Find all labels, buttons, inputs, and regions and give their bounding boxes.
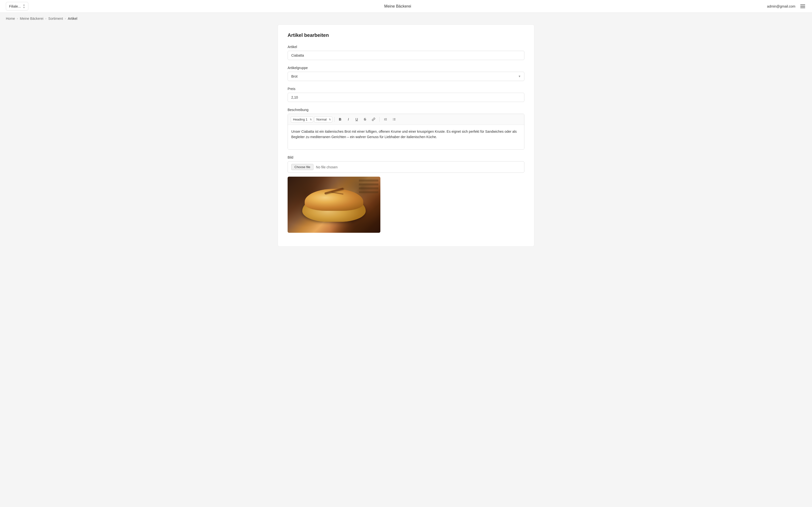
breadcrumb-separator-2: › <box>45 17 46 20</box>
bold-button[interactable]: B <box>337 116 344 123</box>
artikelgruppe-group: Artikelgruppe Brot Brötchen Kuchen Süßge… <box>288 66 524 81</box>
ordered-list-icon <box>384 118 387 121</box>
beschreibung-editor[interactable]: Unser Ciabatta ist ein italienisches Bro… <box>288 125 524 149</box>
file-name-display: No file chosen <box>316 165 338 169</box>
hamburger-line-2 <box>800 6 805 7</box>
style-select[interactable]: Normal Bold Italic <box>314 116 332 122</box>
bild-label: Bild <box>288 155 524 159</box>
link-icon <box>372 118 375 121</box>
bread-shape <box>300 185 368 224</box>
svg-point-8 <box>393 120 393 120</box>
heading-select[interactable]: Heading 1 Heading 2 Heading 3 Normal <box>291 116 313 122</box>
breadcrumb-separator-3: › <box>65 17 66 20</box>
unordered-list-icon <box>393 118 396 121</box>
breadcrumb-home[interactable]: Home <box>6 16 15 20</box>
italic-button[interactable]: I <box>345 116 352 123</box>
heading-select-wrapper: Heading 1 Heading 2 Heading 3 Normal ⇅ <box>291 116 313 122</box>
hamburger-line-3 <box>800 8 805 8</box>
breadcrumb-current: Artikel <box>68 16 78 20</box>
preis-input[interactable] <box>288 93 524 102</box>
unordered-list-button[interactable] <box>390 116 398 123</box>
preis-group: Preis <box>288 87 524 102</box>
artikel-input[interactable] <box>288 51 524 60</box>
beschreibung-group: Beschreibung Heading 1 Heading 2 Heading… <box>288 108 524 150</box>
main-container: Artikel bearbeiten Artikel Artikelgruppe… <box>272 24 540 257</box>
link-button[interactable] <box>370 116 377 123</box>
breadcrumb-meine-baeckerei[interactable]: Meine Bäckerei <box>20 16 44 20</box>
breadcrumb-separator-1: › <box>17 17 18 20</box>
ordered-list-button[interactable] <box>382 116 390 123</box>
form-card: Artikel bearbeiten Artikel Artikelgruppe… <box>277 24 535 247</box>
bild-group: Bild Choose file No file chosen <box>288 155 524 233</box>
topnav-left: Filiale... ▲ ▼ <box>6 2 28 10</box>
filiale-dropdown[interactable]: Filiale... ▲ ▼ <box>6 2 28 10</box>
svg-point-7 <box>393 119 393 120</box>
image-preview <box>288 177 380 233</box>
topnav-right: admin@gmail.com <box>767 4 806 9</box>
editor-toolbar: Heading 1 Heading 2 Heading 3 Normal ⇅ N… <box>288 114 524 125</box>
artikel-group: Artikel <box>288 45 524 60</box>
file-input-wrapper: Choose file No file chosen <box>288 161 524 173</box>
strikethrough-button[interactable]: S <box>361 116 369 123</box>
style-select-wrapper: Normal Bold Italic ⇅ <box>314 116 332 122</box>
user-email: admin@gmail.com <box>767 4 796 8</box>
artikelgruppe-select[interactable]: Brot Brötchen Kuchen Süßgebäck <box>288 72 524 81</box>
preis-label: Preis <box>288 87 524 91</box>
beschreibung-label: Beschreibung <box>288 108 524 112</box>
app-title: Meine Bäckerei <box>384 4 411 8</box>
breadcrumb: Home › Meine Bäckerei › Sortiment › Arti… <box>0 13 812 24</box>
hamburger-line-1 <box>800 5 805 5</box>
bread-image <box>288 177 380 233</box>
artikelgruppe-select-wrapper: Brot Brötchen Kuchen Süßgebäck ▼ <box>288 72 524 81</box>
choose-file-button[interactable]: Choose file <box>291 164 313 170</box>
filiale-chevrons-icon: ▲ ▼ <box>23 4 25 9</box>
rich-text-editor: Heading 1 Heading 2 Heading 3 Normal ⇅ N… <box>288 114 524 150</box>
filiale-label: Filiale... <box>9 4 21 8</box>
artikelgruppe-label: Artikelgruppe <box>288 66 524 70</box>
underline-button[interactable]: U <box>353 116 360 123</box>
form-title: Artikel bearbeiten <box>288 33 524 38</box>
artikel-label: Artikel <box>288 45 524 49</box>
hamburger-menu-button[interactable] <box>799 4 806 9</box>
toolbar-divider-1 <box>334 117 335 122</box>
top-navigation: Filiale... ▲ ▼ Meine Bäckerei admin@gmai… <box>0 0 812 13</box>
svg-point-6 <box>393 118 393 119</box>
breadcrumb-sortiment[interactable]: Sortiment <box>48 16 63 20</box>
